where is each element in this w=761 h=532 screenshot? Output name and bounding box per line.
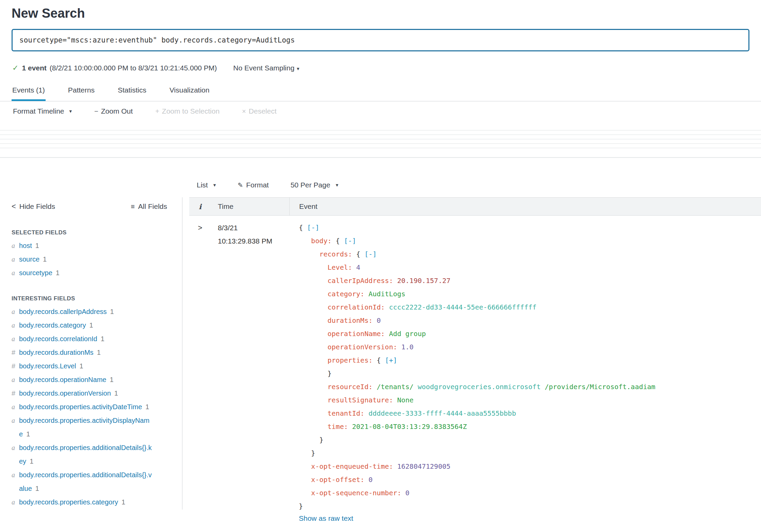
field-name-link[interactable]: body.records.durationMs [19,349,94,356]
field-item[interactable]: abody.records.correlationId1 [12,332,153,346]
minus-icon: − [94,107,98,115]
all-fields-label: All Fields [138,202,167,211]
field-count: 1 [114,389,118,397]
event-json: { [-]body: { [-]records: { [-]Level: 4ca… [289,221,761,513]
string-field-icon: a [12,252,19,266]
field-count: 1 [110,308,114,315]
timeline-gridlines [0,130,761,152]
format-timeline-dropdown[interactable]: Format Timeline▾ [13,107,72,115]
per-page-label: 50 Per Page [291,181,330,189]
field-item[interactable]: abody.records.operationName1 [12,373,153,386]
zoom-out-label: Zoom Out [101,107,133,115]
numeric-field-icon: # [12,359,19,373]
json-string-value: AuditLogs [369,290,405,298]
field-item[interactable]: abody.records.properties.category1 [12,495,153,509]
json-punct: } [327,369,331,378]
event-body: { [-]body: { [-]records: { [-]Level: 4ca… [289,221,761,522]
field-name-link[interactable]: source [19,255,39,263]
json-line: resourceId: /tenants/ woodgrovegroceries… [299,380,761,394]
field-name-link[interactable]: body.records.operationName [19,376,106,383]
tabs-bar: Events (1)PatternsStatisticsVisualizatio… [0,83,761,101]
field-item[interactable]: asourcetype1 [12,266,153,280]
zoom-out-button[interactable]: − Zoom Out [94,107,133,115]
all-fields-button[interactable]: ≡ All Fields [131,202,167,211]
field-count: 1 [122,498,125,506]
json-string-value: /tenants/ [377,383,418,391]
field-name-link[interactable]: body.records.properties.additionalDetail… [19,444,152,465]
field-item[interactable]: #body.records.Level1 [12,359,153,373]
events-pane: List▾ ✎ Format 50 Per Page▾ i Time Event… [189,173,761,510]
field-name-link[interactable]: body.records.category [19,321,86,329]
json-key: x-opt-enqueued-time: [311,462,397,470]
field-item[interactable]: abody.records.properties.additionalDetai… [12,441,153,468]
tab-events[interactable]: Events (1) [12,83,46,101]
search-bar[interactable]: sourcetype="mscs:azure:eventhub" body.re… [12,29,749,51]
json-highlight-value: cccc2222-dd33-4444-55ee-666666ffffff [389,303,536,311]
json-toggle[interactable]: [-] [365,250,377,258]
field-name-link[interactable]: sourcetype [19,269,52,277]
field-item[interactable]: asource1 [12,252,153,266]
field-name-link[interactable]: body.records.correlationId [19,335,97,343]
field-item[interactable]: abody.records.properties.additionalDetai… [12,468,153,495]
field-name-link[interactable]: body.records.properties.activityDisplayN… [19,417,149,438]
json-key: resourceId: [327,383,377,391]
field-item[interactable]: abody.records.callerIpAddress1 [12,305,153,318]
caret-down-icon: ▾ [297,66,299,71]
json-punct: { [299,223,307,232]
per-page-dropdown[interactable]: 50 Per Page▾ [291,181,338,189]
json-line: tenantId: ddddeeee-3333-ffff-4444-aaaa55… [299,407,761,420]
json-key: operationName: [327,330,389,338]
timeline-chart[interactable] [0,130,761,158]
json-key: x-opt-offset: [311,476,369,484]
json-key: time: [327,422,352,431]
list-controls: List▾ ✎ Format 50 Per Page▾ [189,173,761,197]
json-number-value: 0 [377,316,381,325]
json-highlight-value: ddddeeee-3333-ffff-4444-aaaa5555bbbb [369,409,516,417]
json-line: Level: 4 [299,261,761,274]
timeline-controls: Format Timeline▾ − Zoom Out + Zoom to Se… [0,101,761,120]
field-name-link[interactable]: body.records.operationVersion [19,389,111,397]
tab-patterns[interactable]: Patterns [67,83,95,101]
field-count: 1 [56,269,60,277]
json-toggle[interactable]: [+] [385,356,397,364]
event-sampling-dropdown[interactable]: No Event Sampling▾ [233,64,299,72]
field-name-link[interactable]: body.records.properties.activityDateTime [19,403,142,411]
show-raw-text-link[interactable]: Show as raw text [299,514,353,522]
caret-down-icon: ▾ [213,182,216,188]
json-key: records: [319,250,356,258]
json-toggle[interactable]: [-] [307,223,319,232]
json-line: category: AuditLogs [299,287,761,301]
field-item[interactable]: #body.records.operationVersion1 [12,386,153,400]
json-number-value: 4 [356,263,360,271]
fields-sidebar-header: < Hide Fields ≡ All Fields [12,197,167,216]
format-button[interactable]: ✎ Format [238,181,269,189]
json-string-value: None [397,396,414,404]
json-punct: { [377,356,385,364]
expand-event-button[interactable]: > [189,221,211,522]
deselect-button: × Deselect [242,107,276,115]
selected-fields-header: SELECTED FIELDS [12,229,153,236]
search-query-input[interactable]: sourcetype="mscs:azure:eventhub" body.re… [13,36,295,44]
field-item[interactable]: abody.records.properties.activityDateTim… [12,400,153,414]
json-line: records: { [-] [299,248,761,261]
field-item[interactable]: ahost1 [12,239,153,252]
event-timestamp: 8/3/21 10:13:29.838 PM [211,221,289,522]
field-name-link[interactable]: host [19,242,32,249]
field-item[interactable]: abody.records.category1 [12,318,153,332]
zoom-to-selection-button: + Zoom to Selection [155,107,220,115]
deselect-label: Deselect [249,107,277,115]
json-line: time: 2021-08-04T03:13:29.8383564Z [299,420,761,433]
json-toggle[interactable]: [-] [344,237,356,245]
field-item[interactable]: abody.records.properties.activityDisplay… [12,414,153,441]
field-name-link[interactable]: body.records.callerIpAddress [19,308,107,315]
field-name-link[interactable]: body.records.properties.category [19,498,118,506]
field-item[interactable]: #body.records.durationMs1 [12,346,153,359]
tab-visualization[interactable]: Visualization [169,83,210,101]
json-punct: { [336,237,344,245]
field-name-link[interactable]: body.records.Level [19,362,76,370]
json-key: tenantId: [327,409,368,417]
list-type-dropdown[interactable]: List▾ [197,181,216,189]
json-line: correlationId: cccc2222-dd33-4444-55ee-6… [299,301,761,314]
hide-fields-button[interactable]: < Hide Fields [12,202,55,211]
tab-statistics[interactable]: Statistics [117,83,147,101]
